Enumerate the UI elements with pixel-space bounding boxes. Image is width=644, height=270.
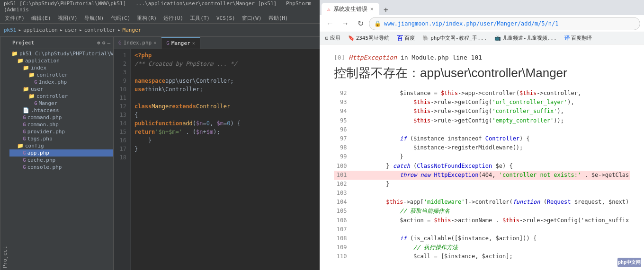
tree-item-label: config [25, 143, 44, 149]
menu-view[interactable]: 视图(V) [55, 14, 80, 23]
bookmark-baidu-label: 百度 [404, 35, 415, 42]
tree-item-label: provider.php [27, 129, 65, 135]
error-code-cell [353, 125, 630, 134]
project-tab[interactable]: Project [0, 37, 9, 270]
code-editor[interactable]: 1239101112131415161718 <?php/** Created … [114, 49, 320, 270]
menu-navigate[interactable]: 导航(N) [81, 14, 107, 23]
code-line [134, 68, 316, 77]
error-code-row: 94 $this->rule->getConfig('controller_su… [334, 107, 630, 116]
tree-item[interactable]: Gtags.php [9, 135, 113, 142]
error-code-cell [353, 189, 630, 198]
line-number: 10 [117, 85, 126, 94]
error-code-row: 104 $this->app['middleware']->controller… [334, 198, 630, 207]
toolbar-controller: controller [84, 27, 116, 33]
error-line-number: 101 [334, 171, 353, 180]
tab-label-index: Index.php [124, 40, 152, 46]
bookmark-2345-icon: 🔖 [348, 35, 355, 41]
bookmark-kids[interactable]: 📺 儿童频道-儿童视频... [492, 34, 559, 43]
menu-code[interactable]: 代码(C) [108, 14, 134, 23]
error-line-number: 106 [334, 216, 353, 225]
bookmark-baidu[interactable]: 百 百度 [395, 33, 417, 44]
error-line-number: 93 [334, 98, 353, 107]
menu-help[interactable]: 帮助(H) [266, 14, 291, 23]
bookmark-apps[interactable]: ⊞ 应用 [323, 34, 342, 43]
error-code-cell: if (is_callable([$instance, $action])) { [353, 234, 630, 243]
browser-tab-close[interactable]: × [370, 6, 374, 12]
tree-item[interactable]: Gapp.php [9, 149, 113, 157]
tree-item[interactable]: 📁controller [9, 71, 113, 78]
tree-item[interactable]: 📄.htaccess [9, 107, 113, 114]
folder-icon: 📁 [17, 58, 24, 64]
code-line: <?php [134, 51, 316, 60]
line-number: 9 [117, 77, 126, 85]
error-code-row: 100 } catch (ClassNotFoundException $e) … [334, 162, 630, 171]
collapse-icon[interactable]: — [107, 40, 110, 46]
folder-icon: 📁 [28, 72, 35, 78]
error-line-number: 107 [334, 225, 353, 234]
tree-item[interactable]: 📁application [9, 57, 113, 64]
back-button[interactable]: ← [323, 17, 337, 30]
tree-item[interactable]: Gcache.php [9, 157, 113, 164]
error-code-cell: $call = [$instance, $action]; [353, 252, 630, 261]
menu-run[interactable]: 运行(U) [161, 14, 186, 23]
error-code-row: 110 $call = [$instance, $action]; [334, 252, 630, 261]
code-line: { [134, 111, 316, 119]
url-bar[interactable]: 🔒 www.jiangmoon.vip/index.php/user/Mange… [369, 17, 640, 30]
error-title: 控制器不存在：app\user\controller\Manger [334, 65, 630, 81]
tree-item-label: pk51 C:\phpStudy\PHPTutorial\WWW\pk51 [19, 51, 113, 57]
tab-label-manger: Manger [171, 40, 190, 46]
tab-close-manger[interactable]: × [192, 41, 195, 46]
error-code-cell [353, 225, 630, 234]
reload-button[interactable]: ↻ [354, 17, 367, 30]
tree-item[interactable]: 📁config [9, 142, 113, 149]
error-code-cell: $this->rule->getConfig('controller_suffi… [353, 107, 630, 116]
tree-item[interactable]: 📁user [9, 86, 113, 93]
code-line: public function add($n=0, $m=0) { [134, 119, 316, 128]
toolbar-sep3: ▸ [79, 27, 82, 33]
tab-index-php[interactable]: G Index.php × [114, 37, 161, 49]
browser-content: [0] HttpException in Module.php line 101… [320, 44, 644, 270]
browser-new-tab-button[interactable]: + [379, 4, 393, 15]
tree-item[interactable]: Gconsole.php [9, 164, 113, 171]
menu-window[interactable]: 窗口(W) [239, 14, 265, 23]
code-content[interactable]: <?php/** Created by PhpStorm ... */ name… [131, 49, 320, 270]
tab-icon-index: G [118, 40, 122, 46]
tree-item-label: app.php [27, 150, 49, 156]
bookmark-php-cn[interactable]: 🐘 php中文网-教程_手... [420, 34, 489, 43]
tree-item-label: cache.php [27, 157, 56, 163]
toolbar-project: pk51 [4, 27, 17, 33]
tree-item[interactable]: Gcommand.php [9, 114, 113, 121]
error-line-number: 103 [334, 189, 353, 198]
ide-title: pk51 [C:\phpStudy\PHPTutorial\WWW\pk51] … [4, 0, 316, 13]
menu-tools[interactable]: 工具(T) [187, 14, 213, 23]
folder-icon: 📁 [11, 51, 18, 57]
menu-vcs[interactable]: VCS(S) [214, 14, 238, 22]
error-tab-icon: ⚠ [327, 6, 331, 12]
php-file-icon: G [23, 150, 26, 156]
menu-file[interactable]: 文件(F) [2, 14, 27, 23]
bookmark-apps-label: 应用 [330, 35, 340, 42]
browser-nav-bar: ← → ↻ 🔒 www.jiangmoon.vip/index.php/user… [320, 15, 644, 32]
sidebar-header: Project ⊕ ⚙ — [9, 37, 113, 49]
bookmark-2345[interactable]: 🔖 2345网址导航 [346, 34, 392, 43]
error-code-cell: // 执行操作方法 [353, 243, 630, 252]
browser-tab-active[interactable]: ⚠ 系统发生错误 × [322, 3, 379, 15]
code-line: use think\Controller; [134, 85, 316, 94]
error-code-cell: } catch (ClassNotFoundException $e) { [353, 162, 630, 171]
menu-refactor[interactable]: 重构(R) [134, 14, 160, 23]
forward-button[interactable]: → [339, 17, 352, 30]
tree-item[interactable]: 📁index [9, 64, 113, 71]
tree-item[interactable]: GManger [9, 100, 113, 107]
tree-item[interactable]: 📁pk51 C:\phpStudy\PHPTutorial\WWW\pk51 [9, 50, 113, 57]
tab-close-index[interactable]: × [153, 40, 156, 45]
bookmark-translate[interactable]: 译 百度翻译 [563, 34, 594, 43]
tree-item[interactable]: 📁controller [9, 93, 113, 100]
menu-edit[interactable]: 编辑(E) [28, 14, 54, 23]
tree-item[interactable]: GIndex.php [9, 78, 113, 86]
line-number: 14 [117, 119, 126, 128]
tree-item[interactable]: Gprovider.php [9, 128, 113, 135]
settings-icon[interactable]: ⚙ [102, 40, 106, 46]
tab-manger[interactable]: G Manger × [161, 37, 200, 49]
add-icon[interactable]: ⊕ [97, 40, 100, 46]
tree-item[interactable]: Gcommon.php [9, 121, 113, 128]
